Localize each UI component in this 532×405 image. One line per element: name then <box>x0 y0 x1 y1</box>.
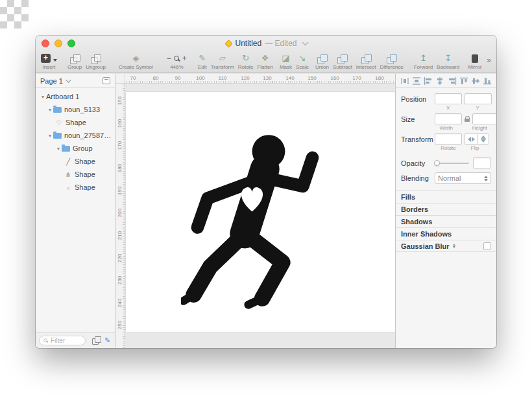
pages-panel-button[interactable] <box>103 77 110 84</box>
layer-row-shape-3[interactable]: Shape <box>36 181 115 194</box>
lock-icon[interactable] <box>465 116 470 122</box>
layer-row-shape-heart[interactable]: Shape <box>36 116 115 129</box>
distribute-vertically-icon[interactable] <box>412 77 421 85</box>
position-y-input[interactable] <box>465 93 492 104</box>
flatten-button[interactable]: ❖ Flatten <box>257 52 272 72</box>
duplicate-pages-icon[interactable] <box>92 336 101 344</box>
main-area: Page 1 Artboard 1 noun_5133 <box>36 74 496 348</box>
ruler-tick-label: 210 <box>117 226 123 246</box>
folder-icon <box>62 146 70 152</box>
rotate-sublabel: Rotate <box>435 145 462 151</box>
layer-row-artboard[interactable]: Artboard 1 <box>36 90 115 103</box>
zoom-level: 446% <box>170 64 183 70</box>
zoom-in-button[interactable]: + <box>182 54 187 63</box>
mirror-button[interactable]: Mirror <box>468 52 481 72</box>
titlebar[interactable]: Untitled — Edited <box>36 36 496 51</box>
rotate-input[interactable] <box>435 133 462 145</box>
folder-icon <box>53 107 62 113</box>
scale-button[interactable]: ↘ Scale <box>296 52 309 72</box>
position-x-input[interactable] <box>435 93 462 104</box>
title-chevron-down-icon[interactable] <box>302 39 308 45</box>
height-input[interactable] <box>472 113 496 124</box>
fills-section-header[interactable]: Fills <box>396 191 496 203</box>
ruler-tick-label: 180 <box>117 159 123 178</box>
distribute-horizontally-icon[interactable] <box>400 77 409 85</box>
backward-icon: ↧ <box>444 54 452 63</box>
layer-row-group-noun-27587[interactable]: noun_27587_cc <box>36 129 115 142</box>
mask-button[interactable]: ◪ Mask <box>280 52 292 72</box>
opacity-input[interactable] <box>473 157 491 168</box>
layer-row-shape-1[interactable]: Shape <box>36 155 115 168</box>
edit-button[interactable]: ✎ Edit <box>198 52 207 72</box>
subtract-button[interactable]: Subtract <box>333 52 352 72</box>
rotate-button[interactable]: ↻ Rotate <box>238 52 254 72</box>
union-button[interactable]: Union <box>315 52 329 72</box>
blending-dropdown[interactable]: Normal <box>435 172 491 184</box>
running-person-icon[interactable] <box>181 127 327 328</box>
gaussian-blur-checkbox[interactable] <box>483 242 491 250</box>
heart-shape-icon <box>55 119 63 126</box>
page-selector[interactable]: Page 1 <box>36 74 115 88</box>
pencil-icon[interactable] <box>104 336 110 345</box>
gaussian-blur-section-header[interactable]: Gaussian Blur <box>396 240 496 252</box>
disclosure-triangle-icon[interactable] <box>40 94 46 100</box>
artboard[interactable] <box>126 92 395 332</box>
ruler-tick-label: 80 <box>149 75 163 81</box>
path-shape-icon <box>64 158 72 165</box>
disclosure-triangle-icon[interactable] <box>47 107 53 113</box>
zoom-controls[interactable]: − + 446% <box>166 52 187 72</box>
layer-list: Artboard 1 noun_5133 Shape noun_2 <box>36 88 115 194</box>
ruler-tick-label: 90 <box>171 75 185 81</box>
difference-button[interactable]: Difference <box>380 52 403 72</box>
flip-horizontal-button[interactable] <box>465 133 477 145</box>
ungroup-button[interactable]: Ungroup <box>86 52 106 72</box>
opacity-slider-knob[interactable] <box>434 160 440 166</box>
width-input[interactable] <box>435 113 462 124</box>
x-sublabel: X <box>435 105 462 111</box>
forward-button[interactable]: ↥ Forward <box>414 52 433 72</box>
runner-head <box>252 135 285 168</box>
insert-chevron-icon <box>53 59 57 62</box>
layer-row-group[interactable]: Group <box>36 142 115 155</box>
edit-pencil-icon: ✎ <box>199 54 206 63</box>
insert-button[interactable]: Insert <box>41 52 57 72</box>
window-title: Untitled — Edited <box>36 36 496 51</box>
align-top-icon[interactable] <box>459 77 468 85</box>
align-right-icon[interactable] <box>448 77 457 85</box>
mirror-icon <box>472 54 478 63</box>
shadows-section-header[interactable]: Shadows <box>396 215 496 227</box>
disclosure-triangle-icon[interactable] <box>55 146 62 152</box>
align-center-horizontal-icon[interactable] <box>435 77 444 85</box>
flip-vertical-button[interactable] <box>477 133 489 145</box>
transform-button[interactable]: ▱ Transform <box>211 52 234 72</box>
opacity-slider[interactable] <box>435 163 469 164</box>
inner-shadows-section-header[interactable]: Inner Shadows <box>396 227 496 240</box>
filter-input[interactable] <box>51 337 80 344</box>
intersect-button[interactable]: Intersect <box>356 52 376 72</box>
filter-field[interactable] <box>39 336 86 345</box>
zoom-out-button[interactable]: − <box>166 54 172 63</box>
document-icon <box>225 40 234 48</box>
group-button[interactable]: Group <box>67 52 82 72</box>
blur-type-stepper-icon <box>453 244 455 248</box>
layers-sidebar: Page 1 Artboard 1 noun_5133 <box>36 74 115 348</box>
ruler-tick-label: 200 <box>117 203 123 223</box>
window-header: Untitled — Edited Insert Group Ungroup <box>36 36 496 73</box>
create-symbol-button[interactable]: ◈ Create Symbol <box>119 52 153 72</box>
toolbar-overflow-button[interactable]: » <box>487 56 491 65</box>
backward-button[interactable]: ↧ Backward <box>437 52 459 72</box>
page-chevron-down-icon <box>66 77 71 82</box>
layer-row-shape-2[interactable]: Shape <box>36 168 115 181</box>
ruler-tick-label: 170 <box>350 75 364 81</box>
mask-icon: ◪ <box>282 54 289 63</box>
canvas[interactable]: 70 80 90 100 110 120 130 140 150 160 170… <box>115 74 395 348</box>
align-bottom-icon[interactable] <box>483 77 492 85</box>
align-left-icon[interactable] <box>424 77 433 85</box>
borders-section-header[interactable]: Borders <box>396 203 496 215</box>
align-middle-vertical-icon[interactable] <box>471 77 480 85</box>
subtract-icon <box>337 54 347 63</box>
vertical-ruler: 150 160 170 180 190 200 210 220 230 240 … <box>115 84 125 348</box>
layer-row-group-noun-5133[interactable]: noun_5133 <box>36 103 115 116</box>
group-icon <box>70 54 80 63</box>
disclosure-triangle-icon[interactable] <box>47 133 53 139</box>
